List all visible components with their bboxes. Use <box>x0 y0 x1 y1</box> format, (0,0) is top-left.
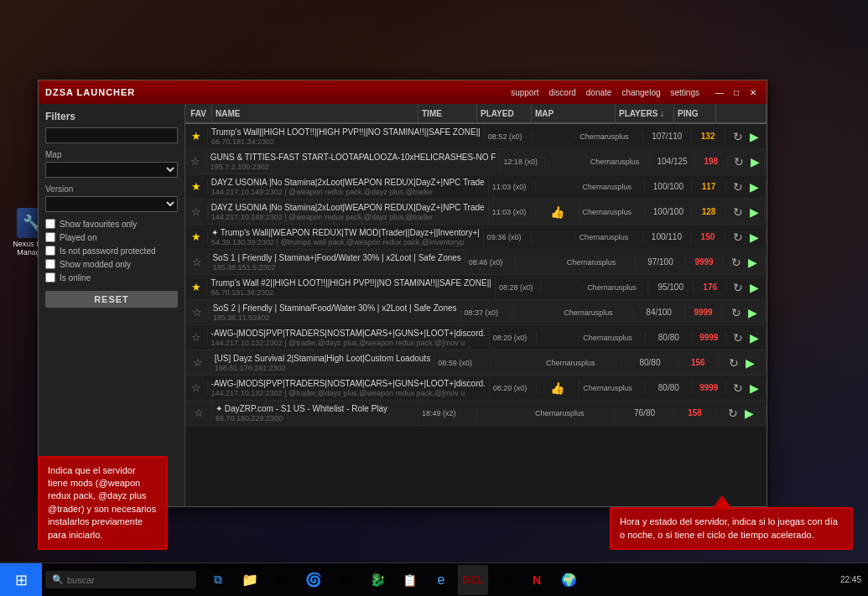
refresh-button[interactable]: ↻ <box>731 130 745 143</box>
fav-cell[interactable]: ★ <box>185 179 208 194</box>
star-icon[interactable]: ☆ <box>191 331 201 344</box>
played-on-checkbox[interactable] <box>45 232 55 242</box>
taskbar-icon-dayz[interactable]: DZL <box>458 565 488 595</box>
play-button[interactable]: ▶ <box>748 281 761 294</box>
play-button[interactable]: ▶ <box>746 306 759 319</box>
th-time[interactable]: TIME <box>418 104 477 122</box>
refresh-button[interactable]: ↻ <box>727 356 741 370</box>
taskbar-icon-chrome[interactable]: 🌀 <box>299 565 329 595</box>
taskbar-icon-mail[interactable]: ✉ <box>267 565 297 595</box>
nav-support[interactable]: support <box>511 88 538 97</box>
th-map[interactable]: MAP <box>532 104 616 122</box>
th-played[interactable]: PLAYED <box>477 104 532 122</box>
taskbar-icon-steam[interactable]: ♨ <box>490 565 520 595</box>
table-row[interactable]: ☆ DAYZ USONIA |No Stamina|2xLoot|WEAPON … <box>185 200 767 225</box>
taskbar-icon-task-view[interactable]: ⧉ <box>203 565 233 595</box>
nav-changelog[interactable]: changelog <box>621 88 660 97</box>
play-button[interactable]: ▶ <box>748 331 761 345</box>
table-row[interactable]: ☆ -AWG-|MODS|PVP|TRADERS|NOSTAM|CARS+|GU… <box>185 376 767 401</box>
table-row[interactable]: ☆ SoS 2 | Friendly | Stamina/Food/Water … <box>185 300 767 325</box>
start-button[interactable]: ⊞ <box>0 563 42 597</box>
taskbar-search-input[interactable] <box>67 575 185 585</box>
refresh-button[interactable]: ↻ <box>731 381 745 395</box>
refresh-button[interactable]: ↻ <box>731 331 745 345</box>
play-button[interactable]: ▶ <box>748 205 761 219</box>
table-row[interactable]: ★ Trump's Wall #2||HIGH LOOT!!||HIGH PVP… <box>185 275 767 300</box>
reset-button[interactable]: RESET <box>45 291 178 308</box>
star-icon[interactable]: ☆ <box>191 381 201 394</box>
refresh-button[interactable]: ↻ <box>730 306 743 319</box>
show-favourites-checkbox[interactable] <box>45 219 55 229</box>
play-button[interactable]: ▶ <box>743 407 756 420</box>
show-favourites-checkbox-row[interactable]: Show favourites only <box>45 219 178 229</box>
star-icon[interactable]: ☆ <box>191 205 201 218</box>
fav-cell[interactable]: ★ <box>185 229 208 245</box>
refresh-button[interactable]: ↻ <box>731 281 745 294</box>
online-checkbox-row[interactable]: Is online <box>45 272 178 282</box>
taskbar-icon-app2[interactable]: 📋 <box>394 565 424 595</box>
star-icon[interactable]: ☆ <box>190 155 200 168</box>
fav-cell[interactable]: ★ <box>185 128 208 144</box>
th-players[interactable]: PLAYERS ↓ <box>616 104 674 122</box>
star-icon[interactable]: ★ <box>191 281 201 293</box>
th-ping[interactable]: PING <box>674 104 716 122</box>
table-row[interactable]: ☆ -AWG-|MODS|PVP|TRADERS|NOSTAM|CARS+|GU… <box>185 325 767 350</box>
online-checkbox[interactable] <box>45 272 55 282</box>
play-button[interactable]: ▶ <box>748 231 761 244</box>
play-button[interactable]: ▶ <box>746 256 759 269</box>
no-password-checkbox[interactable] <box>45 246 55 256</box>
fav-cell[interactable]: ☆ <box>185 405 212 421</box>
fav-cell[interactable]: ☆ <box>185 254 209 270</box>
version-filter-select[interactable] <box>45 196 178 212</box>
star-icon[interactable]: ★ <box>191 180 201 193</box>
fav-cell[interactable]: ☆ <box>185 153 207 169</box>
refresh-button[interactable]: ↻ <box>731 205 745 219</box>
taskbar-icon-edge[interactable]: e <box>426 565 456 595</box>
modded-checkbox-row[interactable]: Show modded only <box>45 259 178 269</box>
modded-checkbox[interactable] <box>45 259 55 269</box>
maximize-button[interactable]: □ <box>730 86 743 99</box>
taskbar-icon-app3[interactable]: 🌍 <box>554 565 584 595</box>
play-button[interactable]: ▶ <box>748 381 761 395</box>
fav-cell[interactable]: ★ <box>185 279 207 295</box>
table-row[interactable]: ☆ SoS 1 | Friendly | Stamina+|Food/Water… <box>185 250 767 275</box>
table-row[interactable]: ☆ [US] Dayz Survival 2|Stamina|High Loot… <box>185 350 767 376</box>
taskbar-icon-file-explorer[interactable]: 📁 <box>235 565 265 595</box>
star-icon[interactable]: ★ <box>191 231 201 243</box>
play-button[interactable]: ▶ <box>749 155 761 168</box>
refresh-button[interactable]: ↻ <box>732 155 746 168</box>
taskbar-icon-netflix[interactable]: N <box>522 565 552 595</box>
star-icon[interactable]: ☆ <box>192 306 202 319</box>
minimize-button[interactable]: — <box>713 86 726 99</box>
search-filter-input[interactable] <box>45 127 178 143</box>
nav-donate[interactable]: donate <box>586 88 612 97</box>
taskbar-icon-app1[interactable]: 🐉 <box>362 565 392 595</box>
th-name[interactable]: NAME <box>212 104 418 122</box>
fav-cell[interactable]: ☆ <box>185 380 208 396</box>
star-icon[interactable]: ☆ <box>194 407 204 419</box>
play-button[interactable]: ▶ <box>748 130 761 143</box>
fav-cell[interactable]: ☆ <box>185 204 208 220</box>
fav-cell[interactable]: ☆ <box>185 355 211 371</box>
fav-cell[interactable]: ☆ <box>185 329 208 345</box>
star-icon[interactable]: ☆ <box>192 256 202 268</box>
table-row[interactable]: ★ DAYZ USONIA |No Stamina|2xLoot|WEAPON … <box>185 174 767 200</box>
star-icon[interactable]: ★ <box>191 130 201 143</box>
close-button[interactable]: ✕ <box>746 86 760 99</box>
fav-cell[interactable]: ☆ <box>185 304 210 320</box>
table-row[interactable]: ☆ ✦ DayZRP.com - S1 US - Whitelist - Rol… <box>185 401 767 426</box>
table-row[interactable]: ★ ✦ Trump's Wall||WEAPON REDUX|TW MOD|Tr… <box>185 225 767 250</box>
th-fav[interactable]: FAV <box>185 104 212 122</box>
taskbar-icon-store[interactable]: 🛍 <box>330 565 361 595</box>
played-on-checkbox-row[interactable]: Played on <box>45 232 178 242</box>
refresh-button[interactable]: ↻ <box>730 256 743 269</box>
table-row[interactable]: ★ Trump's Wall||HIGH LOOT!!||HIGH PVP!!|… <box>185 124 767 149</box>
taskbar-search[interactable]: 🔍 <box>45 571 196 588</box>
no-password-checkbox-row[interactable]: Is not password protected <box>45 246 178 256</box>
star-icon[interactable]: ☆ <box>193 356 203 369</box>
map-filter-select[interactable] <box>45 162 178 178</box>
refresh-button[interactable]: ↻ <box>731 231 745 244</box>
refresh-button[interactable]: ↻ <box>731 180 745 194</box>
nav-discord[interactable]: discord <box>549 88 576 97</box>
nav-settings[interactable]: settings <box>671 88 699 97</box>
